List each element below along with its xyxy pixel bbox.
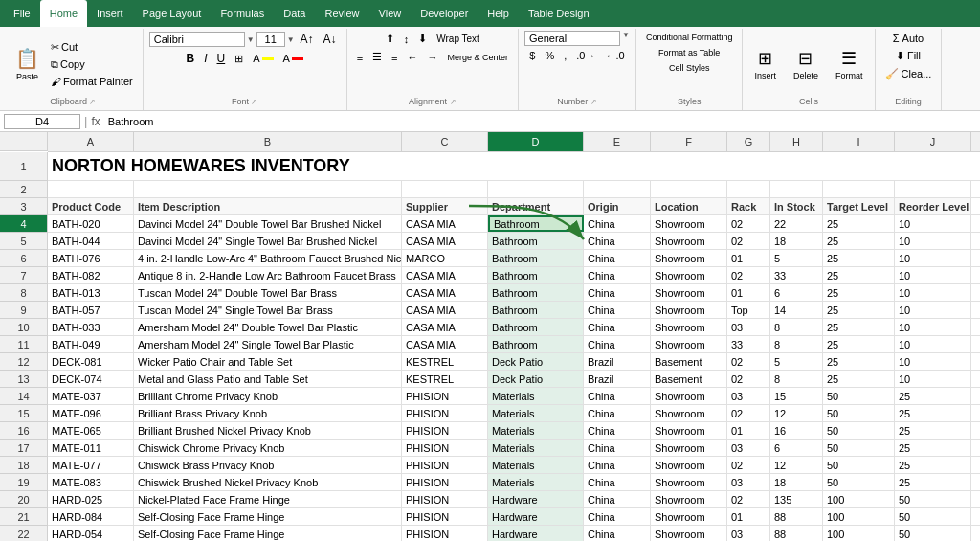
align-top-button[interactable]: ⬆ bbox=[382, 31, 398, 47]
list-item[interactable]: 10 bbox=[895, 302, 971, 318]
list-item[interactable]: 8 bbox=[770, 319, 823, 335]
list-item[interactable]: China bbox=[584, 233, 651, 249]
title-cell[interactable]: NORTON HOMEWARES INVENTORY bbox=[48, 152, 813, 180]
list-item[interactable]: CASA MIA bbox=[402, 215, 488, 232]
list-item[interactable]: 25 bbox=[823, 233, 895, 249]
row-header-22[interactable]: 22 bbox=[0, 526, 47, 541]
list-item[interactable]: MATE-083 bbox=[48, 474, 134, 490]
list-item[interactable]: 03 bbox=[727, 474, 770, 490]
list-item[interactable]: China bbox=[584, 474, 651, 490]
header-product-code[interactable]: Product Code bbox=[48, 198, 134, 214]
list-item[interactable]: KESTREL bbox=[402, 371, 488, 387]
row-header-21[interactable]: 21 bbox=[0, 508, 47, 526]
list-item[interactable]: 25 bbox=[895, 422, 971, 439]
list-item[interactable]: 12 bbox=[770, 457, 823, 473]
header-department[interactable]: Department bbox=[488, 198, 584, 214]
list-item[interactable]: Materials bbox=[488, 457, 584, 473]
list-item[interactable]: 25 bbox=[895, 474, 971, 490]
list-item[interactable]: CASA MIA bbox=[402, 284, 488, 301]
list-item[interactable]: 03 bbox=[727, 388, 770, 404]
list-item[interactable]: China bbox=[584, 319, 651, 335]
list-item[interactable]: 10 bbox=[895, 353, 971, 370]
list-item[interactable]: 25 bbox=[823, 353, 895, 370]
col-header-d[interactable]: D bbox=[488, 132, 584, 151]
list-item[interactable]: 4 in. 2-Handle Low-Arc 4" Bathroom Fauce… bbox=[134, 250, 402, 266]
list-item[interactable]: MATE-065 bbox=[48, 422, 134, 439]
list-item[interactable]: China bbox=[584, 422, 651, 439]
autosum-button[interactable]: Σ Auto bbox=[889, 31, 927, 46]
delete-button[interactable]: ⊟ Delete bbox=[788, 44, 824, 84]
list-item[interactable]: 22 bbox=[770, 215, 823, 232]
list-item[interactable]: Showroom bbox=[651, 422, 727, 439]
list-item[interactable]: Materials bbox=[488, 474, 584, 490]
tab-file[interactable]: File bbox=[4, 0, 40, 27]
list-item[interactable]: 25 bbox=[823, 215, 895, 232]
list-item[interactable]: PHISION bbox=[402, 422, 488, 439]
list-item[interactable]: MATE-096 bbox=[48, 405, 134, 421]
header-origin[interactable]: Origin bbox=[584, 198, 651, 214]
list-item[interactable]: 10 bbox=[895, 371, 971, 387]
list-item[interactable]: BATH-020 bbox=[48, 215, 134, 232]
list-item[interactable]: China bbox=[584, 215, 651, 232]
insert-button[interactable]: ⊞ Insert bbox=[748, 44, 782, 84]
header-rack[interactable]: Rack bbox=[727, 198, 770, 214]
list-item[interactable]: Brilliant Brass Privacy Knob bbox=[134, 405, 402, 421]
header-supplier[interactable]: Supplier bbox=[402, 198, 488, 214]
list-item[interactable]: 18 bbox=[770, 474, 823, 490]
list-item[interactable]: Bathroom bbox=[488, 233, 584, 249]
merge-center-button[interactable]: Merge & Center bbox=[443, 51, 512, 64]
list-item[interactable]: China bbox=[584, 388, 651, 404]
list-item[interactable]: MARCO bbox=[402, 250, 488, 266]
row-header-11[interactable]: 11 bbox=[0, 336, 47, 353]
list-item[interactable]: China bbox=[584, 336, 651, 352]
list-item[interactable]: Chiswick Brass Privacy Knob bbox=[134, 457, 402, 473]
list-item[interactable]: Bathroom bbox=[488, 319, 584, 335]
format-painter-button[interactable]: 🖌 Format Painter bbox=[47, 74, 137, 89]
list-item[interactable]: BATH-082 bbox=[48, 267, 134, 283]
list-item[interactable]: 50 bbox=[823, 405, 895, 421]
list-item[interactable]: 33 bbox=[770, 267, 823, 283]
list-item[interactable]: Showroom bbox=[651, 250, 727, 266]
list-item[interactable]: PHISION bbox=[402, 388, 488, 404]
row-header-17[interactable]: 17 bbox=[0, 440, 47, 457]
col-header-e[interactable]: E bbox=[584, 132, 651, 151]
list-item[interactable]: 100 bbox=[823, 526, 895, 541]
list-item[interactable]: China bbox=[584, 491, 651, 507]
cell-styles-button[interactable]: Cell Styles bbox=[665, 61, 714, 75]
list-item[interactable]: Showroom bbox=[651, 474, 727, 490]
list-item[interactable]: PHISION bbox=[402, 440, 488, 456]
list-item[interactable]: HARD-084 bbox=[48, 508, 134, 525]
list-item[interactable]: Amersham Model 24" Single Towel Bar Plas… bbox=[134, 336, 402, 352]
list-item[interactable]: Chiswick Brushed Nickel Privacy Knob bbox=[134, 474, 402, 490]
list-item[interactable]: 10 bbox=[895, 267, 971, 283]
list-item[interactable]: BATH-076 bbox=[48, 250, 134, 266]
list-item[interactable]: 02 bbox=[727, 371, 770, 387]
list-item[interactable]: 50 bbox=[895, 508, 971, 525]
list-item[interactable]: PHISION bbox=[402, 491, 488, 507]
list-item[interactable]: Showroom bbox=[651, 336, 727, 352]
row-header-13[interactable]: 13 bbox=[0, 371, 47, 388]
list-item[interactable]: Nickel-Plated Face Frame Hinge bbox=[134, 491, 402, 507]
list-item[interactable]: CASA MIA bbox=[402, 302, 488, 318]
list-item[interactable]: Basement bbox=[651, 371, 727, 387]
list-item[interactable]: Showroom bbox=[651, 491, 727, 507]
list-item[interactable]: China bbox=[584, 457, 651, 473]
tab-developer[interactable]: Developer bbox=[411, 0, 478, 27]
list-item[interactable]: DECK-081 bbox=[48, 353, 134, 370]
list-item[interactable]: Metal and Glass Patio and Table Set bbox=[134, 371, 402, 387]
list-item[interactable]: 01 bbox=[727, 250, 770, 266]
list-item[interactable]: Chiswick Chrome Privacy Knob bbox=[134, 440, 402, 456]
tab-page-layout[interactable]: Page Layout bbox=[133, 0, 212, 27]
underline-button[interactable]: U bbox=[213, 50, 230, 67]
list-item[interactable]: 10 bbox=[895, 250, 971, 266]
list-item[interactable]: Bathroom bbox=[488, 302, 584, 318]
tab-home[interactable]: Home bbox=[40, 0, 87, 27]
align-bottom-button[interactable]: ⬇ bbox=[414, 31, 431, 47]
clear-button[interactable]: 🧹 Clea... bbox=[881, 66, 936, 82]
list-item[interactable]: 25 bbox=[823, 371, 895, 387]
row-header-3[interactable]: 3 bbox=[0, 198, 47, 215]
font-color-button[interactable]: A bbox=[279, 51, 307, 66]
list-item[interactable]: 25 bbox=[823, 284, 895, 301]
list-item[interactable]: 5 bbox=[770, 250, 823, 266]
row-header-4[interactable]: 4 bbox=[0, 215, 47, 233]
